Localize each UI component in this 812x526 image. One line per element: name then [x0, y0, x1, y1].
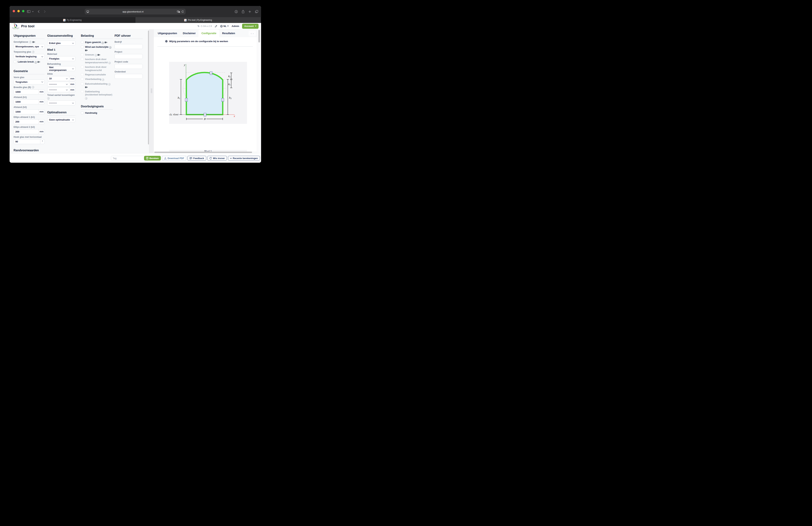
tab-scroll-nav: ‹›	[249, 31, 256, 36]
belasting-item-wind: Wind aan buitenzijde i	[81, 45, 113, 52]
scrollbar-thumb[interactable]	[148, 31, 149, 145]
info-icon[interactable]: i	[102, 42, 104, 44]
edge-1-badge: 1	[204, 113, 206, 116]
info-icon[interactable]: i	[108, 83, 111, 86]
browser-tabstrip: Py-Engineering Pro tool | Py-Engineering	[10, 17, 261, 23]
section-title-belasting: Belasting	[81, 34, 113, 39]
optimaliseren-select[interactable]: Geen optimalisatie	[47, 117, 75, 122]
wis-invoer-button[interactable]: Wis invoer	[207, 156, 227, 161]
download-pdf-button[interactable]: Download PDF	[162, 156, 186, 161]
info-icon[interactable]: i	[108, 62, 111, 64]
tab-scroll-left-icon[interactable]: ‹	[251, 32, 252, 35]
chevron-down-icon	[72, 58, 74, 59]
behandeling-select[interactable]: Niet voorgespannen	[47, 66, 75, 71]
eigen-gewicht-checkbox[interactable]	[81, 41, 84, 44]
tab-resultaten[interactable]: Resultaten	[219, 29, 238, 37]
afstand-h2-input[interactable]	[14, 109, 39, 114]
info-icon[interactable]: i	[85, 97, 87, 100]
video-icon[interactable]	[85, 49, 88, 51]
info-icon[interactable]: i	[29, 41, 31, 43]
tab-scroll-right-icon[interactable]: ›	[253, 32, 253, 35]
dakbelasting-checkbox[interactable]	[81, 90, 84, 93]
hoek-input[interactable]	[14, 139, 40, 144]
regenaccumulatie-checkbox[interactable]	[81, 73, 84, 76]
tab-configuratie[interactable]: Configuratie	[199, 29, 219, 37]
materiaal-select[interactable]: Floatglas	[47, 56, 75, 61]
balustrade-checkbox[interactable]	[81, 82, 84, 85]
feedback-button[interactable]: Feedback	[187, 156, 206, 161]
isochore-hoogte-checkbox[interactable]	[81, 65, 84, 68]
field-label-gevolgklasse: Gevolgklasse i	[14, 41, 45, 43]
video-icon[interactable]	[85, 86, 88, 88]
new-tab-icon[interactable]	[248, 10, 251, 13]
diagram-svg: y x b.k. vloer h1	[169, 62, 247, 124]
info-icon[interactable]: i	[32, 51, 34, 53]
laterale-breuk-checkbox[interactable]	[14, 60, 16, 63]
info-icon[interactable]: i	[34, 61, 37, 64]
sneeuw-checkbox[interactable]	[81, 53, 84, 56]
edit-icon[interactable]	[215, 25, 217, 28]
dikte-select-1[interactable]: 10	[47, 76, 69, 81]
account-button[interactable]: Account	[242, 24, 259, 29]
tab-overview-icon[interactable]	[255, 10, 258, 13]
info-icon[interactable]: i	[47, 97, 49, 100]
dikte-select-3[interactable]: ----------	[47, 87, 69, 92]
scrollbar-thumb[interactable]	[258, 30, 260, 43]
ellips-k1-input[interactable]	[14, 119, 39, 124]
wind-checkbox[interactable]	[81, 46, 84, 48]
video-icon[interactable]	[32, 41, 35, 43]
translate-icon[interactable]: Ax	[177, 11, 180, 13]
isochore-temp-checkbox[interactable]	[81, 58, 84, 61]
minimize-button[interactable]	[17, 10, 20, 12]
project-input[interactable]	[115, 54, 143, 59]
onderdeel-input[interactable]	[115, 74, 143, 79]
gevolgklasse-select[interactable]: Woongebouwen, ope	[14, 44, 45, 49]
tab-uitgangspunten[interactable]: Uitgangspunten	[155, 29, 180, 37]
vloerbelasting-checkbox[interactable]	[81, 78, 84, 80]
panel-splitter[interactable]	[149, 29, 154, 153]
video-icon[interactable]	[38, 61, 40, 63]
browser-tab-pro-tool[interactable]: Pro tool | Py-Engineering	[135, 17, 261, 23]
handmatig-checkbox[interactable]	[81, 111, 84, 114]
bereken-button[interactable]: Bereken	[144, 156, 161, 161]
project-code-input[interactable]	[115, 64, 143, 69]
h2-label: h2	[229, 96, 232, 100]
axis-y-label: y	[184, 64, 186, 66]
info-icon[interactable]: i	[102, 79, 104, 81]
field-label-bedrijf: Bedrijf	[115, 41, 143, 43]
field-label-project-code: Project code	[115, 61, 143, 63]
downloads-icon[interactable]	[235, 10, 238, 13]
toepassing-glas-select[interactable]: Vertikale beglazing	[14, 54, 45, 59]
scrollbar-thumb[interactable]	[154, 152, 252, 153]
right-panel-hscrollbar	[154, 151, 257, 153]
tab-disclaimer[interactable]: Disclaimer	[180, 29, 199, 37]
forward-icon[interactable]	[44, 10, 46, 13]
field-label-ellips-k2: Ellips afstand 2 (k2)	[14, 126, 45, 128]
bedrijf-input[interactable]	[115, 44, 143, 49]
ellips-k2-input[interactable]	[14, 129, 39, 134]
back-icon[interactable]	[38, 10, 40, 13]
info-icon[interactable]: i	[95, 54, 97, 56]
browser-tab-py-engineering[interactable]: Py-Engineering	[10, 17, 135, 23]
breedte-input[interactable]	[14, 89, 39, 94]
video-icon[interactable]	[98, 54, 100, 56]
afstand-h1-input[interactable]	[14, 100, 39, 104]
glassamenstelling-select[interactable]: Enkel glas	[47, 41, 75, 46]
admin-link[interactable]: Admin	[232, 25, 239, 28]
sidebar-icon[interactable]	[27, 10, 30, 13]
zoom-button[interactable]	[22, 10, 25, 12]
url-bar[interactable]: app.glasrekentool.nl Ax	[85, 9, 186, 14]
language-selector[interactable]: NL	[220, 25, 229, 28]
info-icon[interactable]: i	[109, 46, 112, 49]
share-icon[interactable]	[242, 10, 244, 13]
vorm-glas-select[interactable]: Toogruiten	[14, 79, 45, 85]
recente-berekeningen-button[interactable]: « Recente berekeningen	[228, 156, 260, 161]
info-icon[interactable]: i	[32, 86, 34, 88]
video-icon[interactable]	[105, 41, 107, 43]
tussenlagen-select[interactable]: ----------	[47, 101, 75, 105]
chevron-down-icon[interactable]	[32, 11, 34, 12]
reload-icon[interactable]	[182, 11, 184, 13]
close-button[interactable]	[13, 10, 15, 12]
unit-label: mm	[39, 109, 45, 114]
dikte-select-2[interactable]: ----------	[47, 82, 69, 87]
